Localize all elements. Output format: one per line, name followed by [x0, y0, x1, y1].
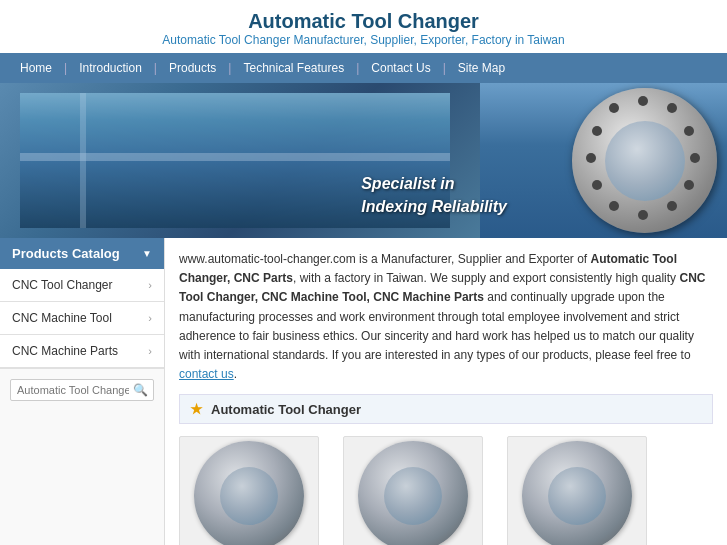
sidebar-item-cnc-machine-parts[interactable]: CNC Machine Parts ›: [0, 335, 164, 368]
tc-hole: [684, 180, 694, 190]
product-image-1: [343, 436, 483, 545]
hero-banner: Specialist in Indexing Reliability: [0, 83, 727, 238]
chevron-right-icon: ›: [148, 279, 152, 291]
product-circle-0: [194, 441, 304, 545]
search-wrap: 🔍: [10, 379, 154, 401]
main-nav: Home | Introduction | Products | Technic…: [0, 53, 727, 83]
tc-hole: [609, 103, 619, 113]
product-card-2: Name: Magazine Tool Model: MD520B: [507, 436, 657, 545]
product-circle-inner-0: [220, 467, 278, 525]
section-title-text: Automatic Tool Changer: [211, 402, 361, 417]
product-card-1: Name: CNC Auto Tool Changer Model: MD524…: [343, 436, 493, 545]
tc-hole: [586, 153, 596, 163]
banner-tool-circle: [572, 88, 717, 233]
tc-hole: [638, 210, 648, 220]
banner-line1: Specialist in: [361, 173, 507, 195]
nav-introduction[interactable]: Introduction: [69, 53, 152, 83]
product-circle-inner-1: [384, 467, 442, 525]
sidebar: Products Catalog ▼ CNC Tool Changer › CN…: [0, 238, 165, 545]
banner-text: Specialist in Indexing Reliability: [361, 173, 507, 218]
product-circle-1: [358, 441, 468, 545]
product-image-0: [179, 436, 319, 545]
catalog-arrow: ▼: [142, 248, 152, 259]
tc-hole: [667, 103, 677, 113]
product-card-0: Name: Magazine Tools Model: MD524B: [179, 436, 329, 545]
nav-sep-3: |: [226, 61, 233, 75]
nav-technical-features[interactable]: Technical Features: [233, 53, 354, 83]
tc-hole: [684, 126, 694, 136]
catalog-label: Products Catalog: [12, 246, 120, 261]
nav-contact-us[interactable]: Contact Us: [361, 53, 440, 83]
tool-circle-outer: [572, 88, 717, 233]
site-subtitle: Automatic Tool Changer Manufacturer, Sup…: [0, 33, 727, 47]
nav-sep-5: |: [441, 61, 448, 75]
tc-hole: [638, 96, 648, 106]
sidebar-item-label: CNC Machine Parts: [12, 344, 118, 358]
product-image-2: [507, 436, 647, 545]
sidebar-item-label: CNC Machine Tool: [12, 311, 112, 325]
products-grid: Name: Magazine Tools Model: MD524B Name:…: [179, 436, 713, 545]
nav-sep-4: |: [354, 61, 361, 75]
tc-hole: [609, 201, 619, 211]
tc-hole: [592, 180, 602, 190]
section-title-bar: ★ Automatic Tool Changer: [179, 394, 713, 424]
bold-atc: Automatic Tool Changer, CNC Parts: [179, 252, 677, 285]
site-header: Automatic Tool Changer Automatic Tool Ch…: [0, 0, 727, 53]
sidebar-item-cnc-machine-tool[interactable]: CNC Machine Tool ›: [0, 302, 164, 335]
main-layout: Products Catalog ▼ CNC Tool Changer › CN…: [0, 238, 727, 545]
sidebar-search-box: 🔍: [0, 368, 164, 411]
product-circle-inner-2: [548, 467, 606, 525]
chevron-right-icon: ›: [148, 312, 152, 324]
tc-hole: [690, 153, 700, 163]
nav-sep-1: |: [62, 61, 69, 75]
search-icon[interactable]: 🔍: [133, 383, 148, 397]
nav-sep-2: |: [152, 61, 159, 75]
sidebar-item-cnc-tool-changer[interactable]: CNC Tool Changer ›: [0, 269, 164, 302]
star-icon: ★: [190, 401, 203, 417]
nav-site-map[interactable]: Site Map: [448, 53, 515, 83]
tc-hole: [592, 126, 602, 136]
product-circle-2: [522, 441, 632, 545]
banner-line2: Indexing Reliability: [361, 196, 507, 218]
main-content: www.automatic-tool-changer.com is a Manu…: [165, 238, 727, 545]
products-catalog-header[interactable]: Products Catalog ▼: [0, 238, 164, 269]
contact-link[interactable]: contact us: [179, 367, 234, 381]
tool-circle-inner: [605, 121, 685, 201]
site-title: Automatic Tool Changer: [0, 10, 727, 33]
tc-hole: [667, 201, 677, 211]
chevron-right-icon: ›: [148, 345, 152, 357]
intro-paragraph: www.automatic-tool-changer.com is a Manu…: [179, 250, 713, 384]
nav-home[interactable]: Home: [10, 53, 62, 83]
nav-products[interactable]: Products: [159, 53, 226, 83]
sidebar-item-label: CNC Tool Changer: [12, 278, 113, 292]
